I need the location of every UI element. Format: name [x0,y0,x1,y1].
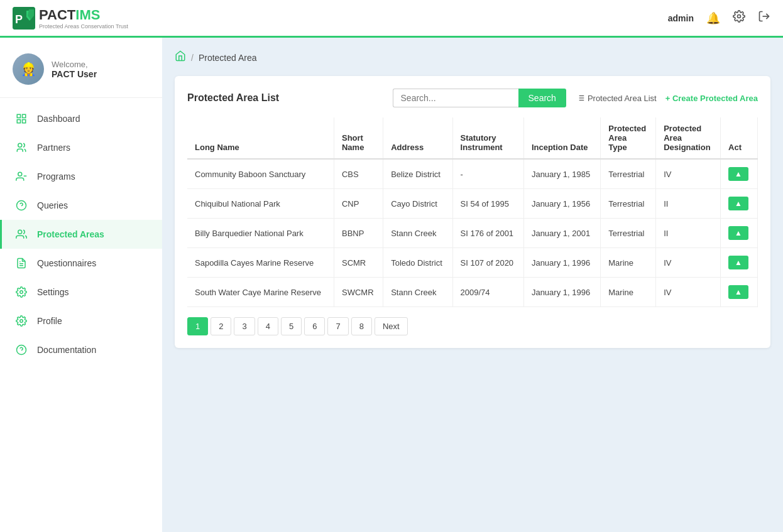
sidebar-item-label-queries: Queries [37,200,68,210]
sidebar-item-protected-areas[interactable]: Protected Areas [0,220,162,249]
table-row: South Water Caye Marine Reserve SWCMR St… [187,278,758,307]
sidebar-item-label-partners: Partners [37,143,70,153]
page-btn-6[interactable]: 6 [304,317,325,335]
cell-action: ▲ [721,219,758,248]
sidebar-item-documentation[interactable]: Documentation [0,335,162,364]
svg-text:P: P [15,13,23,26]
cell-action: ▲ [721,159,758,189]
cell-short-name: CNP [334,189,383,219]
breadcrumb-current: Protected Area [199,53,257,63]
col-statutory-instrument: StatutoryInstrument [452,117,523,159]
logo-pact: PACT [39,7,75,23]
col-short-name: ShortName [334,117,383,159]
page-btn-7[interactable]: 7 [327,317,348,335]
questionnaires-icon [14,256,28,270]
sidebar-item-label-settings: Settings [37,287,69,297]
action-button[interactable]: ▲ [728,226,748,240]
cell-designation: II [656,189,721,219]
cell-type: Terrestrial [601,189,656,219]
create-link[interactable]: + Create Protected Area [665,94,758,103]
page-btn-1[interactable]: 1 [187,317,208,335]
sidebar-item-label-dashboard: Dashboard [37,114,80,124]
action-button[interactable]: ▲ [728,256,748,269]
protected-areas-icon [14,227,28,241]
logout-icon[interactable] [758,10,770,26]
sidebar-user: 👷 Welcome, PACT User [0,44,162,98]
svg-rect-7 [23,114,26,117]
cell-designation: II [656,219,721,248]
username[interactable]: PACT User [52,69,97,79]
table-row: Sapodilla Cayes Marine Reserve SCMR Tole… [187,248,758,278]
cell-short-name: BBNP [334,219,383,248]
table-body: Community Baboon Sanctuary CBS Belize Di… [187,159,758,307]
page-btn-3[interactable]: 3 [234,317,255,335]
sidebar-item-label-questionnaires: Questionnaires [37,258,96,268]
sidebar-item-dashboard[interactable]: Dashboard [0,104,162,133]
action-button[interactable]: ▲ [728,167,748,181]
page-btn-5[interactable]: 5 [281,317,302,335]
cell-designation: IV [656,278,721,307]
protected-areas-table: Long Name ShortName Address StatutoryIns… [187,117,758,307]
sidebar-item-programs[interactable]: Programs [0,162,162,191]
list-link[interactable]: Protected Area List [576,94,657,103]
page-btn-2[interactable]: 2 [211,317,231,335]
notifications-icon[interactable]: 🔔 [706,11,720,25]
logo: P PACTIMS Protected Areas Conservation T… [13,7,128,30]
sidebar-item-partners[interactable]: Partners [0,133,162,162]
next-button[interactable]: Next [375,317,408,335]
settings-icon[interactable] [733,10,745,26]
logo-ims: IMS [75,7,100,23]
action-button[interactable]: ▲ [728,197,748,210]
cell-action: ▲ [721,248,758,278]
cell-inception-date: January 1, 1996 [523,248,600,278]
cell-action: ▲ [721,278,758,307]
action-button[interactable]: ▲ [728,285,748,299]
cell-designation: IV [656,248,721,278]
avatar: 👷 [13,53,44,85]
sidebar-item-profile[interactable]: Profile [0,307,162,335]
sidebar-item-settings[interactable]: Settings [0,278,162,307]
sidebar-item-questionnaires[interactable]: Questionnaires [0,249,162,278]
cell-address: Belize District [383,159,452,189]
user-info: Welcome, PACT User [52,60,97,79]
search-input[interactable] [393,89,518,107]
header-links: Protected Area List + Create Protected A… [576,94,758,103]
queries-icon [14,198,28,212]
sidebar-nav: Dashboard Partners Programs Queries [0,98,162,371]
svg-point-19 [20,320,23,323]
page-btn-4[interactable]: 4 [258,317,278,335]
cell-long-name: Community Baboon Sanctuary [187,159,334,189]
cell-address: Stann Creek [383,219,452,248]
top-navigation: P PACTIMS Protected Areas Conservation T… [0,0,783,38]
svg-point-11 [18,172,22,176]
sidebar: 👷 Welcome, PACT User Dashboard Partners [0,38,162,532]
header-right: Search Protected Area List + Create Prot… [393,89,758,107]
sidebar-item-queries[interactable]: Queries [0,191,162,220]
home-icon[interactable] [175,50,186,65]
sidebar-item-label-protected-areas: Protected Areas [37,229,104,239]
cell-address: Stann Creek [383,278,452,307]
svg-point-10 [18,143,22,147]
pagination: 1 2 3 4 5 6 7 8 Next [187,317,758,335]
breadcrumb-separator: / [191,53,194,63]
cell-long-name: Billy Barquedier National Park [187,219,334,248]
cell-inception-date: January 1, 1996 [523,278,600,307]
cell-type: Terrestrial [601,219,656,248]
col-type: ProtectedAreaType [601,117,656,159]
sidebar-item-label-documentation: Documentation [37,345,96,355]
settings-nav-icon [14,285,28,299]
svg-point-4 [738,15,741,18]
main-content: / Protected Area Protected Area List Sea… [162,38,783,532]
list-link-label: Protected Area List [588,94,657,103]
documentation-icon [14,343,28,357]
protected-area-card: Protected Area List Search Protected Are… [175,76,770,348]
svg-rect-8 [17,120,20,123]
cell-address: Cayo District [383,189,452,219]
svg-rect-6 [17,114,20,117]
welcome-text: Welcome, [52,60,97,69]
search-button[interactable]: Search [518,89,566,107]
cell-inception-date: January 1, 2001 [523,219,600,248]
page-btn-8[interactable]: 8 [351,317,372,335]
card-title: Protected Area List [187,92,279,104]
breadcrumb: / Protected Area [175,50,770,65]
